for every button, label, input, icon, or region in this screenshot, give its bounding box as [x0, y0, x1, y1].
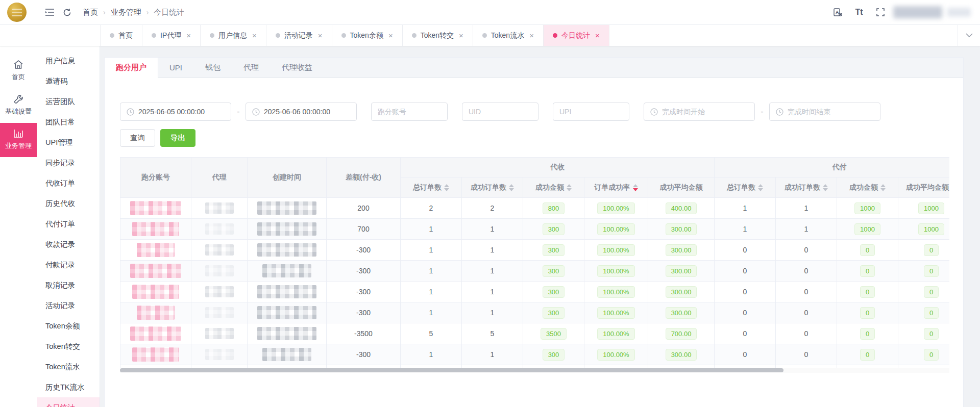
cell-account-redacted [120, 302, 191, 323]
collapse-menu-icon[interactable] [41, 4, 58, 21]
tab-close-icon[interactable]: × [252, 31, 257, 40]
cell-value: 0 [776, 240, 837, 261]
redacted-mosaic [132, 285, 179, 299]
page-tab-Token余额[interactable]: Token余额× [332, 25, 403, 46]
sidebar-item-付款记录[interactable]: 付款记录 [37, 255, 100, 275]
sidebar-item-活动记录[interactable]: 活动记录 [37, 295, 100, 316]
rail-item-业务管理[interactable]: 业务管理 [0, 123, 37, 157]
content-tab-UPI[interactable]: UPI [158, 58, 194, 78]
sidebar-item-历史TK流水[interactable]: 历史TK流水 [37, 377, 100, 397]
column-header-代收-成功金额[interactable]: 成功金额 [523, 177, 584, 198]
horizontal-scrollbar[interactable] [120, 368, 949, 373]
tab-close-icon[interactable]: × [529, 31, 534, 40]
font-size-icon[interactable]: Tt [850, 4, 868, 21]
end-date-picker[interactable] [246, 103, 357, 121]
sidebar-item-Token余额[interactable]: Token余额 [37, 316, 100, 336]
sidebar-item-今日统计[interactable]: 今日统计 [37, 397, 100, 407]
column-header-代付-成功平均金额[interactable]: 成功平均金额 [898, 177, 949, 198]
finish-start-input[interactable] [662, 108, 748, 116]
tab-close-icon[interactable]: × [186, 31, 191, 40]
value-badge: 800 [543, 202, 565, 214]
sort-caret-icon[interactable] [758, 184, 763, 191]
sidebar-item-邀请码[interactable]: 邀请码 [37, 71, 100, 91]
sidebar-item-Token流水[interactable]: Token流水 [37, 357, 100, 377]
finish-end-picker[interactable] [769, 103, 880, 121]
upi-field[interactable] [553, 103, 629, 121]
query-button[interactable]: 查询 [120, 129, 155, 147]
sidebar-item-取消记录[interactable]: 取消记录 [37, 275, 100, 295]
value-badge: 100.00% [597, 328, 634, 340]
breadcrumb-business[interactable]: 业务管理 [111, 8, 141, 17]
column-header-代付-成功订单数[interactable]: 成功订单数 [776, 177, 837, 198]
start-date-input[interactable] [138, 108, 225, 116]
column-header-跑分账号: 跑分账号 [120, 157, 191, 198]
sort-caret-icon[interactable] [823, 184, 828, 191]
column-header-代付-成功金额[interactable]: 成功金额 [837, 177, 898, 198]
column-header-代付-总订单数[interactable]: 总订单数 [715, 177, 776, 198]
finish-end-input[interactable] [788, 108, 874, 116]
export-button[interactable]: 导出 [160, 129, 195, 147]
sidebar-item-代收订单[interactable]: 代收订单 [37, 173, 100, 193]
sidebar-item-用户信息[interactable]: 用户信息 [37, 50, 100, 71]
redacted-mosaic [130, 326, 181, 341]
sidebar-item-运营团队[interactable]: 运营团队 [37, 91, 100, 112]
cell-value: 0 [715, 282, 776, 302]
start-date-picker[interactable] [120, 103, 231, 121]
column-header-代收-总订单数[interactable]: 总订单数 [401, 177, 462, 198]
page-tab-今日统计[interactable]: 今日统计× [544, 25, 609, 46]
sidebar-item-收款记录[interactable]: 收款记录 [37, 234, 100, 255]
tab-dot-icon [210, 33, 214, 38]
content-tab-钱包[interactable]: 钱包 [194, 58, 232, 78]
uid-field[interactable] [462, 103, 538, 121]
scrollbar-thumb[interactable] [120, 368, 783, 372]
avatar-redacted [947, 8, 971, 17]
filter-row: - [120, 103, 948, 121]
upi-input[interactable] [559, 108, 623, 116]
table-body: 20022800100.00%400.001110001000700113001… [120, 198, 949, 373]
account-input[interactable] [378, 108, 441, 116]
column-header-代收-成功订单数[interactable]: 成功订单数 [462, 177, 523, 198]
sidebar-item-同步记录[interactable]: 同步记录 [37, 152, 100, 173]
table-row: -30011300100.00%300.000000 [120, 302, 949, 323]
uid-input[interactable] [469, 108, 532, 116]
sort-caret-icon[interactable] [880, 184, 886, 191]
content-tab-代理[interactable]: 代理 [232, 58, 271, 78]
finish-start-picker[interactable] [644, 103, 755, 121]
page-tab-用户信息[interactable]: 用户信息× [201, 25, 266, 46]
table-row: -30011300100.00%300.000000 [120, 282, 949, 302]
sidebar-item-UPI管理[interactable]: UPI管理 [37, 132, 100, 152]
username-redacted[interactable] [893, 6, 942, 18]
content-tab-跑分用户[interactable]: 跑分用户 [105, 58, 158, 78]
sidebar-item-Token转交[interactable]: Token转交 [37, 336, 100, 357]
sidebar-item-代付订单[interactable]: 代付订单 [37, 214, 100, 234]
tab-close-icon[interactable]: × [459, 31, 463, 40]
fullscreen-icon[interactable] [872, 4, 889, 21]
page-tab-首页[interactable]: 首页 [100, 25, 142, 46]
page-tab-活动记录[interactable]: 活动记录× [266, 25, 332, 46]
page-tab-IP代理[interactable]: IP代理× [142, 25, 201, 46]
rail-item-基础设置[interactable]: 基础设置 [0, 88, 37, 123]
sidebar-item-历史代收[interactable]: 历史代收 [37, 193, 100, 214]
sort-caret-icon[interactable] [567, 184, 572, 191]
page-tab-Token转交[interactable]: Token转交× [403, 25, 473, 46]
tab-close-icon[interactable]: × [318, 31, 323, 40]
page-tab-Token流水[interactable]: Token流水× [473, 25, 544, 46]
content-tab-代理收益[interactable]: 代理收益 [271, 58, 324, 78]
sidebar-item-团队日常[interactable]: 团队日常 [37, 112, 100, 132]
value-badge: 300 [543, 244, 565, 256]
rail-item-首页[interactable]: 首页 [0, 54, 37, 88]
tab-close-icon[interactable]: × [388, 31, 393, 40]
export-page-icon[interactable]: A [829, 4, 846, 21]
sort-caret-icon[interactable] [633, 184, 638, 191]
tab-list-chevron-down-icon[interactable] [958, 25, 980, 46]
cell-value: 1 [462, 344, 523, 365]
account-field[interactable] [371, 103, 448, 121]
sort-caret-icon[interactable] [509, 184, 514, 191]
breadcrumb-home[interactable]: 首页 [83, 8, 98, 17]
tab-close-icon[interactable]: × [595, 31, 600, 40]
refresh-icon[interactable] [58, 4, 76, 21]
sort-caret-icon[interactable] [444, 184, 449, 191]
end-date-input[interactable] [264, 108, 350, 116]
table-row: 70011300100.00%300.001110001000 [120, 219, 949, 240]
column-header-代收-订单成功率[interactable]: 订单成功率 [584, 177, 648, 198]
